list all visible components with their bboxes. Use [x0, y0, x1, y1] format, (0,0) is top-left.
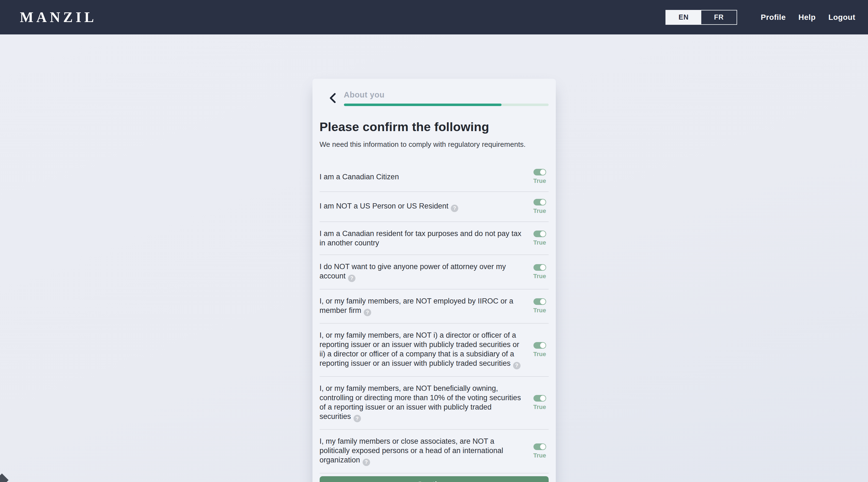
confirmation-row: I, my family members or close associates…: [320, 430, 549, 474]
confirmation-list: I am a Canadian Citizen True I am NOT a …: [320, 162, 549, 474]
help-icon[interactable]: ?: [513, 362, 521, 369]
main-content: About you Please confirm the following W…: [0, 34, 868, 482]
help-icon[interactable]: ?: [348, 275, 355, 282]
confirmation-label: I am a Canadian resident for tax purpose…: [320, 229, 531, 248]
continue-button[interactable]: Continue: [320, 476, 549, 482]
confirmation-toggle[interactable]: [533, 298, 546, 305]
confirmation-toggle[interactable]: [533, 444, 546, 450]
language-fr-button[interactable]: FR: [701, 10, 737, 24]
wizard-header: About you: [320, 90, 549, 106]
back-button[interactable]: [326, 92, 339, 104]
navbar-links: Profile Help Logout: [761, 13, 855, 22]
confirmation-toggle[interactable]: [533, 395, 546, 401]
help-icon[interactable]: ?: [364, 309, 371, 316]
toggle-state-label: True: [533, 178, 546, 185]
confirmation-row: I am a Canadian Citizen True: [320, 162, 549, 192]
brand-logo: MANZIL: [20, 10, 97, 25]
toggle-block: True: [531, 342, 549, 358]
help-icon[interactable]: ?: [353, 415, 361, 422]
progress-fill: [344, 103, 501, 106]
confirmation-label: I, or my family members, are NOT i) a di…: [320, 330, 531, 369]
page-title: Please confirm the following: [320, 120, 549, 134]
confirmation-label: I am a Canadian Citizen: [320, 172, 531, 182]
top-navbar: MANZIL EN FR Profile Help Logout: [0, 0, 868, 34]
language-en-button[interactable]: EN: [666, 10, 701, 24]
chevron-left-icon: [329, 93, 336, 103]
nav-profile-link[interactable]: Profile: [761, 13, 786, 22]
toggle-block: True: [531, 199, 549, 215]
confirmation-toggle[interactable]: [533, 169, 546, 175]
toggle-block: True: [531, 264, 549, 280]
confirmation-toggle[interactable]: [533, 342, 546, 349]
confirmation-toggle[interactable]: [533, 199, 546, 205]
nav-logout-link[interactable]: Logout: [828, 13, 855, 22]
toggle-state-label: True: [533, 207, 546, 215]
confirmation-row: I, or my family members, are NOT benefic…: [320, 377, 549, 430]
toggle-block: True: [531, 395, 549, 411]
confirmation-toggle[interactable]: [533, 264, 546, 271]
confirmation-label: I am NOT a US Person or US Resident?: [320, 201, 531, 212]
confirmation-label: I, or my family members, are NOT employe…: [320, 296, 531, 317]
step-column: About you: [344, 90, 549, 106]
confirmation-toggle[interactable]: [533, 230, 546, 237]
confirmation-label: I, or my family members, are NOT benefic…: [320, 384, 531, 422]
confirmation-label: I do NOT want to give anyone power of at…: [320, 262, 531, 282]
confirmation-row: I, or my family members, are NOT i) a di…: [320, 324, 549, 377]
toggle-block: True: [531, 298, 549, 314]
toggle-block: True: [531, 444, 549, 459]
confirmation-row: I am NOT a US Person or US Resident? Tru…: [320, 192, 549, 222]
nav-help-link[interactable]: Help: [798, 13, 816, 22]
progress-bar: [344, 103, 549, 106]
confirmation-row: I am a Canadian resident for tax purpose…: [320, 222, 549, 255]
help-icon[interactable]: ?: [363, 458, 370, 466]
step-title: About you: [344, 90, 549, 99]
confirmation-row: I do NOT want to give anyone power of at…: [320, 255, 549, 289]
toggle-state-label: True: [533, 273, 546, 280]
toggle-state-label: True: [533, 239, 546, 246]
help-icon[interactable]: ?: [451, 205, 458, 212]
navbar-right: EN FR Profile Help Logout: [665, 10, 855, 25]
page-subtitle: We need this information to comply with …: [320, 140, 549, 149]
toggle-block: True: [531, 169, 549, 185]
onboarding-card: About you Please confirm the following W…: [312, 79, 556, 482]
confirmation-label: I, my family members or close associates…: [320, 437, 531, 466]
language-toggle: EN FR: [665, 10, 737, 25]
toggle-state-label: True: [533, 307, 546, 314]
toggle-state-label: True: [533, 452, 546, 459]
toggle-state-label: True: [533, 404, 546, 411]
confirmation-row: I, or my family members, are NOT employe…: [320, 289, 549, 324]
toggle-state-label: True: [533, 351, 546, 358]
toggle-block: True: [531, 230, 549, 246]
